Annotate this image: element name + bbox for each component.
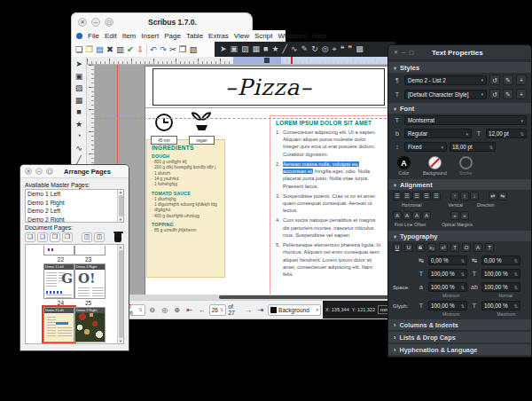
dialog-minimize-button[interactable]: ─ (35, 168, 43, 175)
font-style-select[interactable]: Regular ▾ (404, 129, 472, 138)
section-hyphenation-language[interactable]: › Hyphenation & Language (388, 344, 531, 355)
paragraph-style-select[interactable]: Demo 2 - List 2 ▾ (404, 75, 487, 85)
superscript-icon[interactable]: x² (439, 243, 448, 252)
close-document-icon[interactable]: ✖ (106, 45, 113, 54)
panel-titlebar[interactable]: ✕ ─ ▢ Text Properties (388, 45, 531, 60)
insert-table-icon[interactable]: ▦ (253, 45, 261, 53)
main-titlebar[interactable]: ✕ ─ ▢ Scribus 1.7.0. (71, 12, 253, 30)
edit-character-style-button[interactable]: ✎ (503, 89, 513, 99)
align-center-button[interactable]: ☰ (403, 192, 411, 200)
duplicate-page-button[interactable]: ❐ (50, 232, 60, 242)
body-text-frame[interactable]: LOREM IPSUM DOLOR SIT AMET 1. Consectetu… (270, 115, 388, 295)
insert-shape-icon[interactable]: ■ (263, 45, 268, 53)
align-left-button[interactable]: ☰ (393, 192, 402, 200)
spinner-arrows-icon[interactable]: ⇅ (514, 303, 518, 309)
color-picker-icon[interactable]: ▩ (356, 45, 364, 53)
unlink-text-frames-icon[interactable]: ❞ (348, 45, 352, 53)
facing-pages-right-button[interactable]: ◫ (94, 232, 105, 242)
undo-icon[interactable]: ↶ (150, 45, 157, 54)
previous-page-button[interactable]: ← (197, 304, 207, 316)
master-item[interactable]: Demo 1 Right (26, 199, 116, 208)
text-frame-tool-icon[interactable]: ▣ (75, 73, 83, 81)
rtl-direction-button[interactable]: ⇆ (498, 192, 507, 200)
new-character-style-button[interactable]: + (516, 89, 527, 99)
master-item[interactable]: Demo 2 Left (26, 207, 116, 216)
spinner-arrows-icon[interactable]: ⇅ (139, 307, 143, 312)
zoom-in-button[interactable]: ⊕ (172, 304, 183, 316)
text-stroke-control[interactable]: Stroke (459, 156, 473, 176)
subscript-icon[interactable]: x₂ (427, 243, 436, 252)
paste-icon[interactable]: ▧ (189, 45, 197, 54)
page-thumb-24[interactable]: Demo 1 Left G (43, 263, 74, 299)
menu-insert[interactable]: Insert (141, 32, 159, 40)
glyph-min-spinner[interactable]: 100,00 % ⇅ (428, 301, 467, 311)
current-page-spinner[interactable]: 26 ⇅ (209, 304, 226, 316)
image-frame-tool-icon[interactable]: ▨ (75, 84, 83, 92)
menu-view[interactable]: View (234, 32, 249, 40)
redo-icon[interactable]: ↷ (160, 45, 167, 54)
copy-icon[interactable]: ❐ (179, 45, 187, 54)
space-min-spinner[interactable]: 100,00 % ⇅ (428, 282, 467, 292)
underline-icon[interactable]: U (393, 243, 402, 252)
zoom-tool-icon[interactable]: ◎ (322, 45, 329, 53)
polygon-tool-icon[interactable]: ★ (75, 121, 82, 129)
font-family-select[interactable]: Montserrat ▾ (404, 115, 527, 125)
spiral-tool-icon[interactable]: ∿ (75, 145, 82, 153)
insert-polygon-icon[interactable]: ★ (272, 45, 279, 53)
page-thumbnails-area[interactable]: 22 23 Demo 1 Left G Demo 1 Right O! (25, 244, 124, 344)
align-right-button[interactable]: ☰ (412, 192, 421, 200)
table-tool-icon[interactable]: ▦ (75, 97, 83, 105)
flo-max-ascent-button[interactable]: A (393, 211, 402, 220)
move-page-button[interactable]: ❐ (62, 232, 73, 242)
preflight-verifier-icon[interactable]: ✔ (127, 45, 134, 54)
zoom-out-button[interactable]: ⊖ (147, 304, 158, 316)
import-page-button[interactable]: ❏ (37, 232, 48, 242)
tracking-spinner[interactable]: 0,00 % ⇅ (428, 256, 467, 265)
spinner-arrows-icon[interactable]: ⇅ (461, 258, 465, 263)
strikethrough-icon[interactable]: S (416, 243, 425, 252)
line-spacing-mode-select[interactable]: Fixed ▾ (404, 142, 447, 152)
window-close-button[interactable]: ✕ (78, 18, 87, 27)
stroke-color-icon[interactable] (459, 156, 473, 169)
reset-character-style-button[interactable]: ↺ (489, 89, 500, 99)
spinner-arrows-icon[interactable]: ⇅ (514, 258, 518, 263)
edit-contents-icon[interactable]: ⌖ (332, 45, 337, 53)
insert-image-frame-icon[interactable]: ▨ (241, 45, 249, 53)
scale-width-spinner[interactable]: 100,00 % ⇅ (428, 269, 467, 279)
spinner-arrows-icon[interactable]: ⇅ (514, 271, 518, 277)
page-thumb-26-selected[interactable]: Demo 2 Left (43, 307, 74, 342)
spinner-arrows-icon[interactable]: ⇅ (520, 131, 524, 137)
add-page-button[interactable]: ❏ (25, 232, 35, 242)
horizontal-scrollbar[interactable] (95, 295, 395, 300)
thumbnails-scrollbar[interactable]: ▲▼ (117, 245, 123, 343)
document-page[interactable]: –Pizza– 45 min vegan INGREDIENTS DOUGH 8… (145, 66, 395, 295)
scale-height-spinner[interactable]: 100,00 % ⇅ (481, 269, 520, 279)
document-canvas[interactable]: –Pizza– 45 min vegan INGREDIENTS DOUGH 8… (95, 65, 395, 300)
align-force-justify-button[interactable]: ☰ (432, 192, 441, 200)
valign-top-button[interactable]: ↑ (450, 192, 459, 200)
save-document-icon[interactable]: ▤ (96, 45, 104, 54)
edit-paragraph-style-button[interactable]: ✎ (503, 75, 513, 85)
glyph-max-spinner[interactable]: 100,00 % ⇅ (481, 301, 520, 311)
section-alignment[interactable]: ▾ Alignment (388, 179, 531, 190)
smallcaps-icon[interactable]: A (473, 243, 482, 252)
window-minimize-button[interactable]: ─ (91, 18, 100, 27)
spinner-arrows-icon[interactable]: ⇅ (461, 303, 465, 309)
section-lists-drop-caps[interactable]: › Lists & Drop Caps (388, 332, 531, 342)
flo-font-ascent-button[interactable]: A (403, 211, 411, 220)
menu-page[interactable]: Page (164, 32, 181, 40)
text-background-control[interactable]: Background (423, 156, 447, 176)
page-thumb-25[interactable]: Demo 1 Right O! (74, 263, 106, 299)
flo-line-spacing-button[interactable]: A (412, 211, 421, 220)
menu-file[interactable]: File (88, 32, 99, 40)
dialog-maximize-button[interactable]: ▢ (46, 168, 53, 175)
new-document-icon[interactable]: ❏ (75, 45, 83, 54)
section-orphans-widows[interactable]: › Orphans & Widows (388, 357, 531, 358)
ltr-direction-button[interactable]: ⇄ (489, 192, 497, 200)
zoom-default-button[interactable]: ◎ (160, 304, 170, 316)
link-text-frames-icon[interactable]: ❝ (340, 45, 345, 53)
menu-table[interactable]: Table (186, 32, 203, 40)
horizontal-ruler[interactable] (87, 57, 395, 65)
space-normal-spinner[interactable]: 100,00 % ⇅ (481, 282, 520, 292)
arc-tool-icon[interactable]: ◔ (76, 132, 81, 140)
